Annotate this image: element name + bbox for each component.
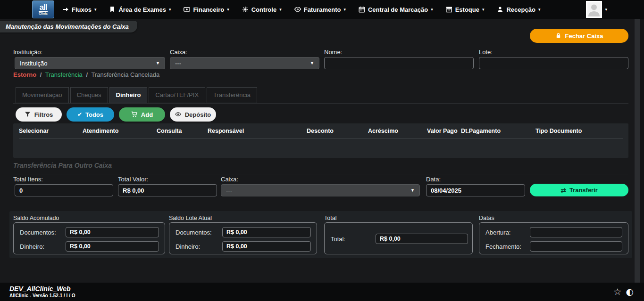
transfer-caixa-value: --- (226, 187, 232, 194)
total-valor-label: Total Valor: (118, 176, 148, 183)
movements-table: Selecionar Atendimento Consulta Responsá… (13, 123, 628, 158)
total-valor-input[interactable] (118, 184, 217, 196)
footer-app-name: DEV_AllClinic_Web (9, 285, 71, 293)
nav-item-area-de-exames[interactable]: Área de Exames ▾ (109, 6, 171, 13)
main-content: Fechar Caixa Instituição: Instituição ▼ … (0, 19, 635, 283)
total-panel: Total: (324, 222, 473, 254)
cart-icon (131, 111, 138, 118)
add-button[interactable]: Add (119, 107, 165, 122)
nav-item-financeiro[interactable]: Financeiro ▾ (184, 6, 229, 13)
saldo-acumulado-documentos-input[interactable] (66, 227, 159, 237)
caixa-value: --- (175, 60, 181, 67)
datas-panel: Abertura: Fechamento: (479, 222, 628, 254)
filtros-button[interactable]: Filtros (16, 107, 62, 122)
arrow-right-icon (62, 6, 69, 13)
saldo-lote-atual-title: Saldo Lote Atual (169, 215, 212, 221)
chevron-down-icon: ▾ (538, 8, 541, 12)
star-icon[interactable]: ☆ (613, 287, 621, 296)
nav-item-estoque[interactable]: Estoque ▾ (446, 6, 485, 13)
bookmark-icon (109, 6, 116, 13)
legend-transferencia: Transferência (45, 71, 83, 78)
logo-text: all (39, 4, 48, 12)
tab-dinheiro[interactable]: Dinheiro (109, 87, 148, 103)
nav-item-fluxos[interactable]: Fluxos ▾ (62, 6, 96, 13)
legend-estorno: Estorno (13, 71, 36, 78)
saldo-lote-documentos-input[interactable] (222, 227, 311, 237)
nav-item-label: Faturamento (304, 6, 341, 13)
app-logo[interactable]: all Clinic (32, 0, 54, 18)
saldo-acumulado-dinheiro-input[interactable] (66, 241, 159, 252)
total-itens-input[interactable] (15, 184, 113, 196)
saldo-lote-dinheiro-input[interactable] (222, 241, 311, 252)
logo-subtext: Clinic (39, 12, 48, 16)
transfer-caixa-select[interactable]: --- ▼ (221, 184, 420, 196)
nav-item-label: Estoque (455, 6, 479, 13)
nome-input[interactable] (324, 57, 474, 69)
chevron-down-icon: ▼ (156, 61, 160, 65)
transfer-caixa-label: Caixa: (221, 176, 238, 183)
filtros-label: Filtros (34, 111, 53, 118)
todos-button[interactable]: ✔ Todos (67, 107, 114, 122)
tab-cartao-tef-pix[interactable]: Cartão/TEF/PIX (149, 87, 205, 103)
main-menu: Fluxos ▾ Área de Exames ▾ Financeiro ▾ C… (62, 6, 540, 13)
column-header-valor-pago: Valor Pago (427, 128, 461, 134)
chevron-down-icon: ▾ (431, 8, 433, 12)
instituicao-value: Instituição (20, 60, 48, 67)
fechar-caixa-button[interactable]: Fechar Caixa (530, 29, 628, 43)
nav-item-controle[interactable]: Controle ▾ (242, 6, 282, 13)
abertura-input[interactable] (530, 227, 622, 237)
total-input[interactable] (376, 234, 468, 244)
deposito-button[interactable]: Depósito (170, 107, 216, 122)
column-header-desconto: Desconto (307, 128, 368, 134)
transfer-section-heading: Transferência Para Outro Caixa (13, 162, 628, 174)
banknote-icon (184, 6, 190, 13)
chevron-down-icon: ▼ (310, 61, 314, 65)
caixa-select[interactable]: --- ▼ (170, 57, 319, 69)
deposito-label: Depósito (185, 111, 211, 118)
nav-item-faturamento[interactable]: Faturamento ▾ (294, 6, 346, 13)
chevron-down-icon: ▾ (482, 8, 485, 12)
instituicao-select[interactable]: Instituição ▼ (15, 57, 165, 69)
user-icon (497, 6, 503, 13)
abertura-label: Abertura: (485, 229, 510, 236)
nav-item-label: Área de Exames (118, 6, 166, 13)
lote-input[interactable] (479, 57, 628, 69)
table-body-empty (13, 139, 628, 157)
page-title: Manutenção das Movimentações do Caixa (0, 21, 137, 33)
chevron-down-icon: ▾ (169, 8, 171, 12)
legend-transferencia-cancelada: Transferência Cancelada (91, 71, 159, 78)
total-label: Total: (331, 236, 345, 243)
column-header-selecionar: Selecionar (19, 128, 83, 134)
user-menu[interactable]: ▾ (586, 1, 607, 18)
caixa-label: Caixa: (170, 49, 187, 56)
nav-item-central-de-marcacao[interactable]: Central de Marcação ▾ (359, 6, 433, 13)
fechamento-input[interactable] (530, 241, 622, 252)
transfer-arrows-icon: ⇄ (560, 187, 566, 194)
filter-funnel-icon (25, 111, 31, 118)
vertical-scrollbar[interactable] (635, 19, 640, 283)
chevron-down-icon: ▾ (343, 8, 346, 12)
add-label: Add (141, 111, 153, 118)
fechar-caixa-label: Fechar Caixa (565, 33, 603, 40)
tab-cheques[interactable]: Cheques (70, 87, 108, 103)
chevron-down-icon: ▼ (410, 188, 415, 193)
nav-item-label: Recepção (506, 6, 535, 13)
contrast-icon[interactable]: ◐ (626, 287, 634, 296)
dinheiro-label: Dinheiro: (20, 243, 44, 250)
chevron-down-icon: ▾ (605, 8, 607, 12)
saldo-lote-atual-panel: Documentos: Dinheiro: (169, 222, 317, 254)
tab-movimentacao[interactable]: Movimentação (16, 87, 69, 103)
transferir-button[interactable]: ⇄ Transferir (530, 184, 628, 196)
documentos-label: Documentos: (176, 229, 212, 236)
data-label: Data: (426, 176, 441, 183)
tab-transferencia[interactable]: Transferência (207, 87, 257, 103)
column-header-atendimento: Atendimento (83, 128, 157, 134)
avatar[interactable] (586, 1, 602, 18)
nav-item-recepcao[interactable]: Recepção ▾ (497, 6, 540, 13)
nav-item-label: Fluxos (72, 6, 92, 13)
legend-separator: / (40, 71, 42, 78)
data-input[interactable] (426, 184, 525, 196)
transferir-label: Transferir (569, 187, 598, 194)
nome-label: Nome: (324, 49, 342, 56)
eye-icon (175, 111, 182, 118)
